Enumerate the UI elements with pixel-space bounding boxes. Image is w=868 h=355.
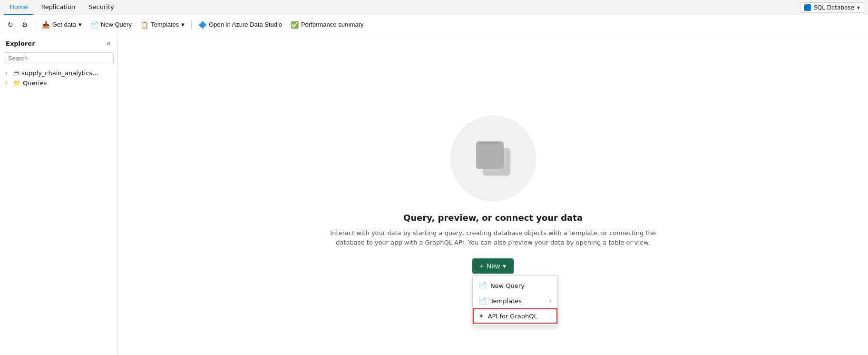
new-button[interactable]: + New ▾ bbox=[472, 258, 514, 274]
new-query-toolbar-label: New Query bbox=[101, 21, 132, 28]
toolbar-separator-1 bbox=[35, 20, 35, 30]
settings-button[interactable]: ⚙ bbox=[18, 17, 32, 32]
db-icon bbox=[804, 4, 811, 11]
toolbar: ↻ ⚙ 📥 Get data ▾ 📄 New Query 📋 Templates… bbox=[0, 15, 868, 34]
new-query-toolbar-button[interactable]: 📄 New Query bbox=[87, 17, 136, 32]
dropdown-item-api-graphql[interactable]: ✦ API for GraphQL bbox=[473, 308, 557, 324]
dropdown-new-query-label: New Query bbox=[490, 282, 525, 289]
hero-circle bbox=[450, 116, 536, 201]
sidebar-header: Explorer « bbox=[0, 34, 117, 52]
sidebar-item-supply-chain[interactable]: › 🗃 supply_chain_analytics... bbox=[0, 68, 117, 78]
templates-submenu-icon: › bbox=[549, 298, 551, 304]
tab-replication[interactable]: Replication bbox=[35, 0, 81, 15]
main-content: Query, preview, or connect your data Int… bbox=[118, 34, 868, 355]
dropdown-item-new-query-left: 📄 New Query bbox=[478, 282, 525, 289]
performance-label: Performance summary bbox=[301, 21, 363, 28]
get-data-label: Get data bbox=[52, 21, 76, 28]
sidebar: Explorer « › 🗃 supply_chain_analytics...… bbox=[0, 34, 118, 355]
toolbar-separator-2 bbox=[191, 20, 192, 30]
new-button-chevron-icon: ▾ bbox=[503, 262, 506, 270]
expand-arrow-icon: › bbox=[6, 70, 11, 76]
open-azure-label: Open in Azure Data Studio bbox=[209, 21, 282, 28]
dropdown-templates-label: Templates bbox=[490, 297, 522, 305]
search-input[interactable] bbox=[4, 52, 114, 64]
dropdown-graphql-label: API for GraphQL bbox=[488, 313, 537, 320]
hero-title: Query, preview, or connect your data bbox=[403, 213, 583, 223]
hero-cards-graphic bbox=[474, 139, 512, 178]
hero-card-front bbox=[476, 141, 504, 169]
get-data-icon: 📥 bbox=[42, 21, 50, 29]
queries-label: Queries bbox=[23, 79, 47, 87]
refresh-button[interactable]: ↻ bbox=[4, 17, 17, 32]
get-data-chevron-icon: ▾ bbox=[78, 21, 82, 28]
templates-icon: 📋 bbox=[140, 21, 148, 29]
hero-subtitle: Interact with your data by starting a qu… bbox=[327, 228, 660, 247]
tab-security[interactable]: Security bbox=[83, 0, 119, 15]
main-layout: Explorer « › 🗃 supply_chain_analytics...… bbox=[0, 34, 868, 355]
new-dropdown-menu: 📄 New Query 📄 Templates › ✦ API for Grap… bbox=[472, 276, 558, 326]
database-icon: 🗃 bbox=[13, 69, 20, 77]
templates-chevron-icon: ▾ bbox=[181, 21, 185, 28]
db-selector[interactable]: SQL Database ▾ bbox=[800, 2, 864, 13]
get-data-button[interactable]: 📥 Get data ▾ bbox=[38, 17, 86, 32]
open-azure-button[interactable]: 🔷 Open in Azure Data Studio bbox=[195, 17, 286, 32]
dropdown-item-templates-left: 📄 Templates bbox=[478, 297, 522, 305]
new-query-icon: 📄 bbox=[90, 21, 98, 29]
chevron-down-icon: ▾ bbox=[857, 4, 860, 11]
dropdown-item-new-query[interactable]: 📄 New Query bbox=[473, 278, 557, 293]
refresh-icon: ↻ bbox=[8, 21, 13, 29]
azure-icon: 🔷 bbox=[198, 21, 206, 29]
sidebar-title: Explorer bbox=[6, 40, 35, 47]
expand-arrow-queries-icon: › bbox=[6, 80, 11, 86]
sidebar-collapse-button[interactable]: « bbox=[106, 38, 112, 49]
templates-toolbar-button[interactable]: 📋 Templates ▾ bbox=[137, 17, 188, 32]
graphql-icon: ✦ bbox=[478, 312, 484, 320]
new-button-wrapper: + New ▾ 📄 New Query 📄 Templates bbox=[472, 258, 514, 274]
new-button-label: New bbox=[487, 262, 500, 270]
templates-toolbar-label: Templates bbox=[151, 21, 179, 28]
dropdown-item-graphql-left: ✦ API for GraphQL bbox=[478, 312, 537, 320]
db-selector-label: SQL Database bbox=[814, 4, 854, 11]
performance-icon: ✅ bbox=[291, 21, 299, 29]
templates-dropdown-icon: 📄 bbox=[478, 297, 487, 305]
new-query-dropdown-icon: 📄 bbox=[478, 282, 487, 289]
supply-chain-label: supply_chain_analytics... bbox=[21, 69, 98, 77]
sidebar-item-queries[interactable]: › 📁 Queries bbox=[0, 78, 117, 88]
dropdown-item-templates[interactable]: 📄 Templates › bbox=[473, 293, 557, 308]
new-button-plus-icon: + bbox=[480, 262, 484, 270]
top-nav: Home Replication Security SQL Database ▾ bbox=[0, 0, 868, 15]
settings-icon: ⚙ bbox=[22, 21, 28, 29]
tab-home[interactable]: Home bbox=[4, 0, 33, 15]
folder-icon: 📁 bbox=[13, 79, 21, 87]
performance-summary-button[interactable]: ✅ Performance summary bbox=[287, 17, 367, 32]
